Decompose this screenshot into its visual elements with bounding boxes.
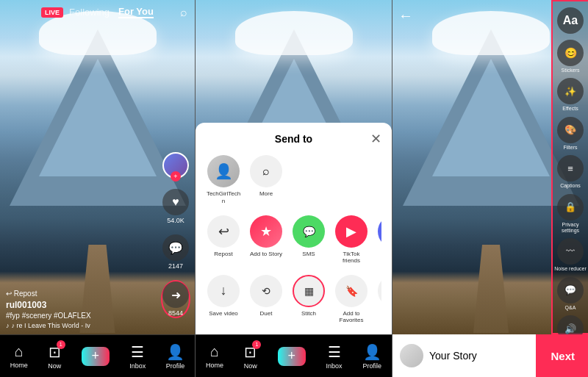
- share-stitch[interactable]: ▦ Stitch: [291, 275, 326, 324]
- add-icon: +: [82, 347, 110, 366]
- now-label: Now: [48, 362, 61, 370]
- repost-icon: ↩: [207, 215, 240, 248]
- effects-label: Effects: [562, 106, 578, 112]
- panel-send-to: Send to ✕ 👤 TechGirlTech n ⌕ More ↩ Repo…: [196, 0, 392, 377]
- text-tool[interactable]: Aa: [554, 7, 587, 35]
- bottom-nav: ⌂ Home ⊡ Now + ☰ Inbox 👤 Profile: [0, 334, 195, 377]
- contact-name: TechGirlTech n: [206, 190, 241, 204]
- comment-count: 2147: [168, 262, 183, 270]
- filters-icon: 🎨: [557, 117, 584, 143]
- share-button[interactable]: ➜ 8544: [161, 280, 190, 318]
- repost-label: ↩ Repost: [6, 290, 154, 298]
- live-badge: LIVE: [41, 7, 63, 18]
- feed-header: LIVE Following For You ⌕: [0, 0, 195, 24]
- profile-icon-2: 👤: [363, 343, 381, 361]
- privacy-label: Privacy settings: [554, 222, 587, 234]
- close-icon[interactable]: ✕: [370, 131, 381, 147]
- inbox-label: Inbox: [129, 362, 146, 370]
- tab-following[interactable]: Following: [69, 7, 110, 18]
- stitch-label: Stitch: [301, 310, 316, 317]
- tiktok-friends-label: TikTok friends: [334, 251, 369, 265]
- share-more[interactable]: ⌕ More: [248, 155, 284, 204]
- duet-icon: ⟲: [250, 275, 282, 307]
- send-to-header: Send to ✕: [206, 133, 381, 145]
- share-favorites[interactable]: 🔖 Add to Favorites: [334, 275, 369, 324]
- noise-tool[interactable]: 〰 Noise reducer: [554, 238, 587, 272]
- comment-icon: 💬: [162, 234, 189, 261]
- back-button[interactable]: ←: [398, 7, 413, 24]
- hashtags: #fyp #scenery #OLAFLEX: [6, 312, 154, 320]
- nav-home-2[interactable]: ⌂ Home: [206, 343, 223, 369]
- share-discord[interactable]: 🎮 Discord: [376, 215, 381, 265]
- sticker-tool[interactable]: 😊 Stickers: [554, 40, 587, 73]
- privacy-tool[interactable]: 🔒 Privacy settings: [554, 194, 587, 234]
- filters-tool[interactable]: 🎨 Filters: [554, 117, 587, 151]
- comment-button[interactable]: 💬 2147: [162, 234, 189, 270]
- discord-icon: 🎮: [378, 215, 381, 248]
- effects-tool[interactable]: ✨ Effects: [554, 78, 587, 112]
- nav-inbox-2[interactable]: ☰ Inbox: [326, 343, 343, 370]
- avatar[interactable]: [162, 152, 189, 179]
- nav-profile[interactable]: 👤 Profile: [166, 343, 185, 370]
- share-duet[interactable]: ⟲ Duet: [248, 275, 284, 324]
- nav-now-2[interactable]: ⊡ Now: [244, 343, 257, 370]
- qa-icon: 💬: [557, 277, 584, 304]
- share-save-video[interactable]: ↓ Save video: [206, 275, 241, 324]
- story-label: Your Story: [429, 350, 477, 362]
- repost-label: Repost: [214, 251, 232, 258]
- story-avatar: [400, 344, 423, 367]
- save-video-label: Save video: [209, 310, 238, 317]
- stitch-icon: ▦: [293, 275, 325, 307]
- music-label: ♪ re I Leave This World - Iv: [12, 322, 90, 329]
- favorites-icon: 🔖: [335, 275, 368, 307]
- heart-icon: ♥: [162, 189, 189, 215]
- nav-now[interactable]: ⊡ Now: [48, 343, 61, 370]
- qa-tool[interactable]: 💬 Q&A: [554, 277, 587, 311]
- search-icon[interactable]: ⌕: [180, 6, 187, 19]
- home-icon-2: ⌂: [210, 343, 219, 360]
- sticker-icon: 😊: [557, 40, 584, 66]
- nav-add-2[interactable]: +: [278, 347, 306, 366]
- inbox-label-2: Inbox: [326, 362, 343, 370]
- share-add-story[interactable]: ★ Add to Story: [248, 215, 284, 265]
- share-repost[interactable]: ↩ Repost: [206, 215, 241, 265]
- sms-label: SMS: [302, 251, 315, 258]
- add-story-icon: ★: [250, 215, 282, 248]
- action-sidebar: ♥ 54.0K 💬 2147 ➜ 8544: [161, 152, 190, 318]
- noise-icon: 〰: [557, 238, 584, 265]
- share-wallpaper[interactable]: ▶ Set as wallpaper: [376, 275, 381, 324]
- header-tabs: Following For You: [69, 6, 154, 18]
- now-label-2: Now: [244, 362, 257, 370]
- nav-home[interactable]: ⌂ Home: [10, 343, 28, 369]
- profile-label: Profile: [166, 362, 185, 370]
- sticker-label: Stickers: [562, 68, 580, 73]
- bottom-nav-2: ⌂ Home ⊡ Now + ☰ Inbox 👤 Profile: [196, 334, 392, 377]
- nav-profile-2[interactable]: 👤 Profile: [363, 343, 382, 370]
- wallpaper-label: Set as wallpaper: [376, 310, 381, 324]
- tiktok-friends-icon: ▶: [335, 215, 368, 248]
- tab-for-you[interactable]: For You: [118, 6, 154, 18]
- captions-label: Captions: [560, 183, 581, 189]
- nav-inbox[interactable]: ☰ Inbox: [129, 343, 146, 370]
- share-tiktok-friends[interactable]: ▶ TikTok friends: [334, 215, 369, 265]
- apps-row-1: ↩ Repost ★ Add to Story 💬 SMS ▶ TikTok f…: [206, 215, 381, 265]
- next-button[interactable]: Next: [536, 334, 588, 377]
- inbox-icon-2: ☰: [328, 343, 341, 361]
- apps-row-2: ↓ Save video ⟲ Duet ▦ Stitch 🔖 Add to Fa…: [206, 275, 381, 324]
- nav-add[interactable]: +: [82, 347, 110, 366]
- home-label-2: Home: [206, 362, 223, 369]
- duet-label: Duet: [260, 310, 273, 317]
- contacts-row: 👤 TechGirlTech n ⌕ More: [206, 155, 381, 204]
- share-sms[interactable]: 💬 SMS: [291, 215, 326, 265]
- effects-icon: ✨: [557, 78, 584, 104]
- username[interactable]: rul001003: [6, 300, 154, 310]
- like-button[interactable]: ♥ 54.0K: [162, 189, 189, 224]
- save-video-icon: ↓: [207, 275, 240, 307]
- captions-tool[interactable]: ≡ Captions: [554, 155, 587, 189]
- qa-label: Q&A: [565, 305, 576, 311]
- story-bottom-bar: Your Story Next: [392, 334, 588, 377]
- favorites-label: Add to Favorites: [334, 310, 369, 324]
- contact-techgirltech[interactable]: 👤 TechGirlTech n: [206, 155, 241, 204]
- text-icon: Aa: [557, 7, 584, 34]
- cloud-cap-2: [235, 11, 353, 55]
